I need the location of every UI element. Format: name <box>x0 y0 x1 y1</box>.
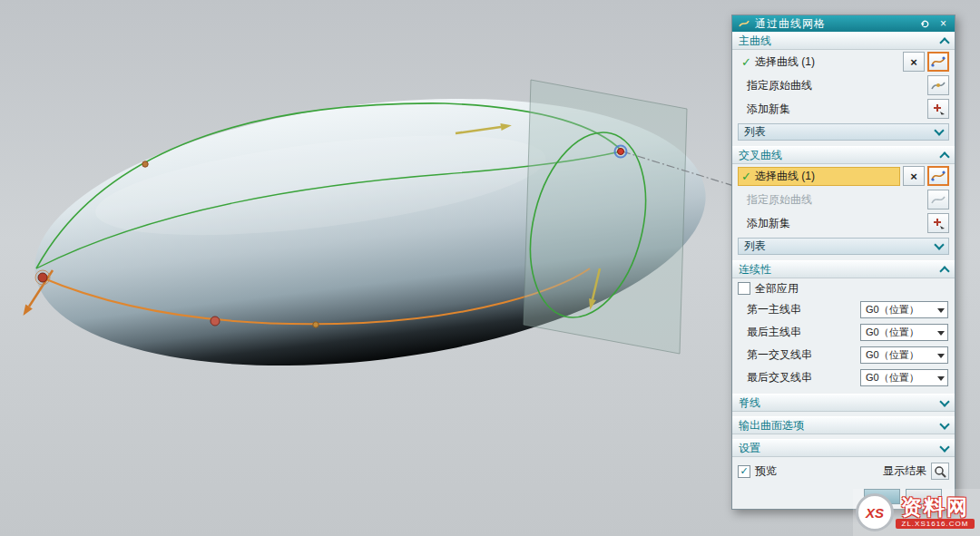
cross-deselect-button[interactable]: × <box>903 166 925 186</box>
cross-curves-label: 交叉曲线 <box>739 148 782 163</box>
cross-origin-curve-row: 指定原始曲线 <box>732 188 955 211</box>
add-set-icon <box>931 102 946 115</box>
apply-all-label: 全部应用 <box>755 281 799 297</box>
x-icon: × <box>910 171 917 182</box>
through-curve-mesh-dialog: 通过曲线网格 × 主曲线 ✓ 选择曲线 (1) × <box>731 15 956 510</box>
first-primary-string-label: 第一主线串 <box>747 302 801 317</box>
primary-deselect-button[interactable]: × <box>903 52 925 72</box>
curve-icon <box>931 55 946 68</box>
x-icon: × <box>910 56 917 68</box>
primary-add-new-set-label: 添加新集 <box>738 102 925 117</box>
preview-checkbox[interactable]: ✓ <box>738 465 750 478</box>
watermark-site-name: 资料网 <box>901 496 969 518</box>
add-set-icon <box>931 217 946 229</box>
continuity-group-header[interactable]: 连续性 <box>732 260 955 278</box>
cross-origin-curve-button[interactable] <box>927 190 949 210</box>
check-icon: ✓ <box>741 170 755 183</box>
last-cross-string-select[interactable]: G0（位置） <box>860 369 948 386</box>
watermark-site-url: ZL.XS1616.COM <box>896 519 975 529</box>
output-options-group-header[interactable]: 输出曲面选项 <box>732 416 955 434</box>
primary-origin-curve-button[interactable] <box>927 75 949 95</box>
primary-select-curve-label: 选择曲线 (1) <box>755 54 897 70</box>
cross-curves-group-header[interactable]: 交叉曲线 <box>732 146 955 164</box>
chevron-up-icon <box>939 37 949 47</box>
dropdown-arrow-icon <box>937 376 945 385</box>
cross-select-curve-label: 选择曲线 (1) <box>755 169 897 184</box>
watermark: XS 资料网 ZL.XS1616.COM <box>853 489 980 536</box>
last-primary-string-select[interactable]: G0（位置） <box>860 324 948 341</box>
curve-point-mid[interactable] <box>211 317 220 326</box>
chevron-down-icon <box>934 239 944 249</box>
primary-add-new-set-button[interactable] <box>927 99 949 119</box>
datum-plane[interactable] <box>524 80 687 354</box>
primary-select-curve-row: ✓ 选择曲线 (1) × <box>732 50 955 73</box>
curve-point-top[interactable] <box>142 161 148 167</box>
chevron-down-icon <box>939 396 949 406</box>
origin-curve-icon <box>931 79 946 92</box>
cross-curve-select-button[interactable] <box>927 166 949 186</box>
combo-value: G0（位置） <box>866 303 937 317</box>
first-cross-string-label: 第一交叉线串 <box>747 347 812 363</box>
cross-origin-curve-label: 指定原始曲线 <box>738 192 925 208</box>
primary-select-curve-field[interactable]: ✓ 选择曲线 (1) <box>738 53 900 72</box>
magnifier-icon <box>934 465 946 478</box>
first-primary-string-row: 第一主线串 G0（位置） <box>732 298 955 321</box>
chevron-up-icon <box>939 151 949 161</box>
watermark-logo: XS <box>856 493 894 531</box>
cross-select-curve-field[interactable]: ✓ 选择曲线 (1) <box>738 167 900 186</box>
settings-label: 设置 <box>739 441 760 456</box>
primary-origin-curve-label: 指定原始曲线 <box>738 78 925 93</box>
chevron-down-icon <box>939 442 949 452</box>
dropdown-arrow-icon <box>937 354 945 362</box>
dialog-title: 通过曲线网格 <box>755 16 914 32</box>
show-result-button[interactable] <box>931 463 949 480</box>
first-cross-string-select[interactable]: G0（位置） <box>860 346 948 364</box>
apply-all-checkbox[interactable] <box>738 282 750 295</box>
cross-add-new-set-button[interactable] <box>927 213 949 233</box>
curve-point-bottom[interactable] <box>313 322 318 327</box>
curve-icon <box>931 170 946 182</box>
dialog-footer: ✓ 预览 显示结果 <box>732 457 955 482</box>
output-options-label: 输出曲面选项 <box>739 418 804 434</box>
show-result-label: 显示结果 <box>883 463 926 479</box>
primary-origin-curve-row: 指定原始曲线 <box>732 73 955 97</box>
cross-add-new-set-row: 添加新集 <box>732 211 955 235</box>
cross-add-new-set-label: 添加新集 <box>738 216 925 231</box>
cross-select-curve-row: ✓ 选择曲线 (1) × <box>732 164 955 188</box>
last-primary-string-label: 最后主线串 <box>747 325 801 340</box>
dropdown-arrow-icon <box>937 308 945 317</box>
primary-curve-select-button[interactable] <box>927 52 949 72</box>
chevron-down-icon <box>934 125 944 135</box>
spine-label: 脊线 <box>739 395 760 411</box>
continuity-label: 连续性 <box>739 262 771 278</box>
cross-list-label: 列表 <box>744 239 766 254</box>
chevron-down-icon <box>939 419 949 429</box>
first-cross-string-row: 第一交叉线串 G0（位置） <box>732 344 955 366</box>
dialog-command-icon <box>737 17 750 30</box>
primary-curves-label: 主曲线 <box>739 34 771 49</box>
last-primary-string-row: 最后主线串 G0（位置） <box>732 321 955 344</box>
reset-icon[interactable] <box>918 17 932 30</box>
last-cross-string-row: 最后交叉线串 G0（位置） <box>732 366 955 389</box>
cross-list-expander[interactable]: 列表 <box>738 238 949 255</box>
check-icon: ✓ <box>740 465 748 477</box>
spine-group-header[interactable]: 脊线 <box>732 394 955 412</box>
combo-value: G0（位置） <box>866 326 937 339</box>
combo-value: G0（位置） <box>866 348 937 362</box>
check-icon: ✓ <box>741 55 755 69</box>
preview-label: 预览 <box>755 463 777 479</box>
primary-add-new-set-row: 添加新集 <box>732 97 955 121</box>
settings-group-header[interactable]: 设置 <box>732 439 955 457</box>
primary-curves-group-header[interactable]: 主曲线 <box>732 32 955 50</box>
application-window: 通过曲线网格 × 主曲线 ✓ 选择曲线 (1) × <box>0 0 980 536</box>
close-icon[interactable]: × <box>936 17 950 30</box>
chevron-up-icon <box>939 266 949 276</box>
first-primary-string-select[interactable]: G0（位置） <box>860 301 948 318</box>
apply-all-row: 全部应用 <box>732 278 955 298</box>
last-cross-string-label: 最后交叉线串 <box>747 370 812 385</box>
dropdown-arrow-icon <box>937 331 945 339</box>
combo-value: G0（位置） <box>866 371 937 385</box>
origin-curve-icon <box>931 193 946 206</box>
primary-list-expander[interactable]: 列表 <box>738 123 949 141</box>
dialog-titlebar[interactable]: 通过曲线网格 × <box>732 15 955 32</box>
